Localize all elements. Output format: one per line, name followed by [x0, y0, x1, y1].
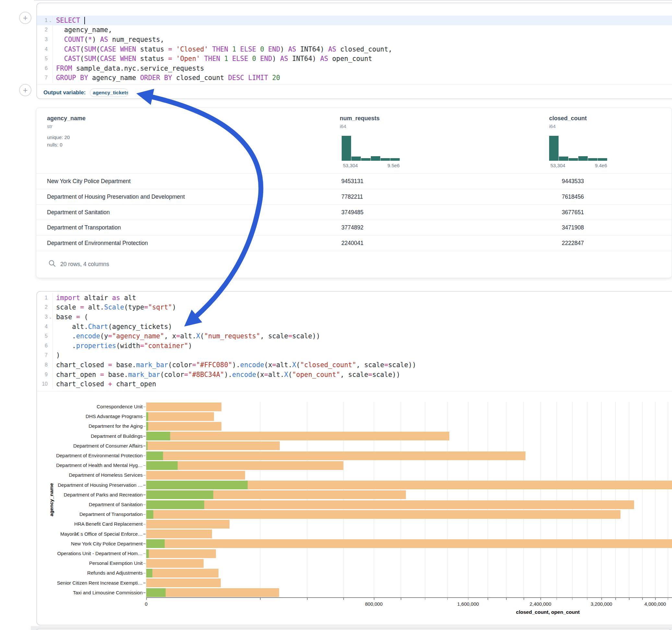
column-type: i64 [340, 123, 346, 129]
code-line[interactable]: 4 CAST(SUM(CASE WHEN status = 'Closed' T… [37, 44, 672, 54]
histogram-bar [342, 136, 351, 161]
table-cell[interactable]: 7782211 [341, 193, 363, 200]
code-token: (color [168, 361, 192, 369]
code-token: Scale [104, 303, 124, 311]
code-token [248, 55, 252, 63]
column-header[interactable]: agency_name [47, 115, 86, 122]
code-token: agency_name [88, 74, 140, 82]
code-token: = [288, 332, 292, 340]
search-icon[interactable] [48, 260, 56, 267]
add-cell-button-top[interactable]: + [19, 12, 31, 24]
code-text: .encode(y="agency_name", x=alt.X("num_re… [53, 332, 320, 340]
code-token: chart_closed [56, 361, 108, 369]
code-token: ) [188, 342, 192, 350]
code-token: closed_count [172, 74, 228, 82]
line-number: 1⌄ [37, 16, 53, 25]
output-variable-badge[interactable]: agency_tickets [90, 89, 128, 97]
code-line[interactable]: 6FROM sample_data.nyc.service_requests [37, 64, 672, 73]
code-token: open_count [328, 55, 372, 63]
code-line[interactable]: 5 CAST(SUM(CASE WHEN status = 'Open' THE… [37, 54, 672, 64]
code-token: WHEN [120, 55, 136, 63]
histogram-max-label: 9.4e6 [595, 163, 607, 168]
column-type: i64 [549, 123, 556, 129]
code-line[interactable]: 3 COUNT(*) AS num_requests, [37, 35, 672, 44]
histogram-bar [381, 158, 390, 161]
code-line[interactable]: 1import altair as alt [37, 293, 672, 303]
code-token: (agency_tickets) [108, 323, 172, 331]
code-token: base [56, 313, 76, 321]
code-token: * [88, 35, 92, 43]
code-token: CAST [64, 45, 80, 53]
code-line[interactable]: 10chart_closed + chart_open [37, 379, 672, 389]
code-token: = [100, 371, 104, 379]
code-text: CAST(SUM(CASE WHEN status = 'Closed' THE… [53, 45, 392, 53]
code-line[interactable]: 4 alt.Chart(agency_tickets) [37, 322, 672, 332]
code-token: WHEN [120, 45, 136, 53]
code-token: = [384, 361, 388, 369]
code-token: INT64) [296, 45, 328, 53]
table-cell[interactable]: 3749485 [341, 209, 363, 216]
code-token [256, 45, 260, 53]
table-cell[interactable]: 2222847 [562, 240, 584, 247]
code-token: = [108, 332, 112, 340]
code-text: import altair as alt [53, 294, 136, 302]
table-cell[interactable]: 3774892 [341, 224, 363, 231]
sql-code-editor[interactable]: 1⌄SELECT 2 agency_name,3 COUNT(*) AS num… [37, 3, 672, 83]
fold-chevron-icon[interactable]: ⌄ [49, 19, 52, 23]
code-token: CASE [100, 55, 116, 63]
table-cell[interactable]: 3471908 [562, 224, 584, 231]
line-number: 4 [37, 322, 53, 332]
code-token: X [284, 371, 288, 379]
code-text: FROM sample_data.nyc.service_requests [53, 65, 204, 72]
table-cell[interactable]: 3677651 [562, 209, 584, 216]
python-code-editor[interactable]: 1import altair as alt2scale = alt.Scale(… [37, 292, 672, 389]
code-token [264, 45, 268, 53]
code-line[interactable]: 7GROUP BY agency_name ORDER BY closed_co… [37, 73, 672, 83]
column-header[interactable]: num_requests [340, 115, 380, 122]
code-token: X [196, 332, 200, 340]
column-header[interactable]: closed_count [549, 115, 587, 122]
previous-cell-edge [34, 0, 672, 1]
line-number: 5 [37, 54, 53, 64]
code-line[interactable]: 8chart_closed = base.mark_bar(color="#FF… [37, 360, 672, 370]
table-cell[interactable]: 7618456 [562, 193, 584, 200]
code-text: alt.Chart(agency_tickets) [53, 323, 172, 331]
table-row-count: 20 rows, 4 columns [60, 261, 109, 268]
code-token: GROUP BY [56, 74, 88, 82]
code-token [236, 45, 240, 53]
code-token: encode [240, 361, 264, 369]
fold-chevron-icon[interactable]: ⌄ [49, 315, 52, 319]
code-token: (width [116, 342, 140, 350]
code-token [172, 45, 176, 53]
code-line[interactable]: 7) [37, 350, 672, 360]
line-number: 6 [37, 64, 53, 73]
table-cell[interactable]: Department of Environmental Protection [47, 240, 148, 247]
code-token: "closed_count" [300, 361, 356, 369]
histogram-bar [549, 136, 558, 161]
row-divider [36, 204, 672, 205]
code-text: agency_name, [53, 26, 112, 34]
code-token: 1 [224, 55, 228, 63]
code-token: 'Open' [176, 55, 200, 63]
code-token [172, 55, 176, 63]
add-cell-button-output[interactable]: + [19, 84, 31, 96]
code-line[interactable]: 5 .encode(y="agency_name", x=alt.X("num_… [37, 331, 672, 341]
code-line[interactable]: 2 agency_name, [37, 25, 672, 35]
histogram-max-label: 9.5e6 [387, 163, 400, 168]
table-cell[interactable]: Department of Housing Preservation and D… [47, 193, 185, 200]
code-line[interactable]: 3⌄base = ( [37, 312, 672, 322]
code-token: "sqrt" [148, 303, 172, 311]
table-cell[interactable]: 2240041 [341, 240, 363, 247]
code-line[interactable]: 6 .properties(width="container") [37, 341, 672, 350]
table-cell[interactable]: New York City Police Department [47, 178, 130, 185]
table-cell[interactable]: 9443533 [562, 178, 584, 185]
table-cell[interactable]: Department of Sanitation [47, 209, 110, 216]
code-line[interactable]: 1⌄SELECT [37, 16, 672, 25]
code-line[interactable]: 9chart_open = base.mark_bar(color="#8BC3… [37, 370, 672, 380]
code-token: = [168, 55, 172, 63]
line-number: 1 [37, 293, 53, 303]
table-cell[interactable]: 9453131 [341, 178, 363, 185]
table-cell[interactable]: Department of Transportation [47, 224, 121, 231]
code-token: . [56, 332, 76, 340]
code-line[interactable]: 2scale = alt.Scale(type="sqrt") [37, 303, 672, 312]
